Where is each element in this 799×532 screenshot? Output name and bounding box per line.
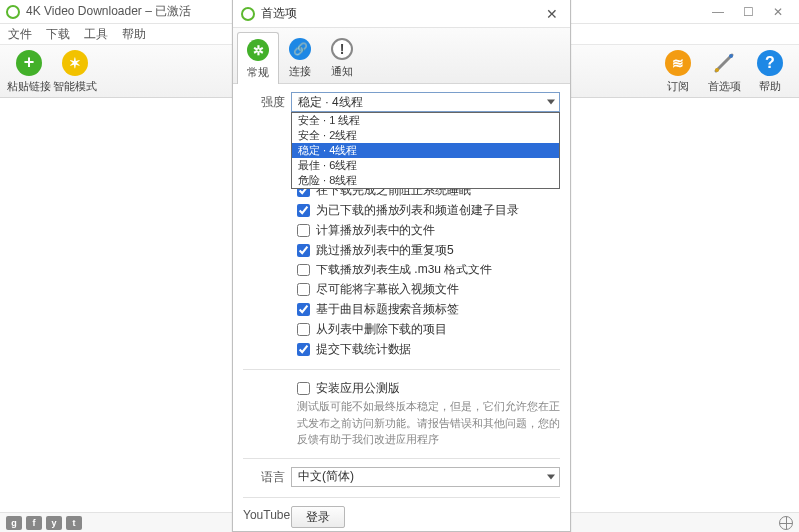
- dialog-app-icon: [241, 7, 255, 21]
- check-m3u[interactable]: 下载播放列表生成 .m3u 格式文件: [297, 260, 560, 279]
- tab-general[interactable]: ✲ 常规: [237, 32, 279, 84]
- intensity-option[interactable]: 安全 · 1 线程: [292, 113, 559, 128]
- check-skip-dup[interactable]: 跳过播放列表中的重复项5: [297, 240, 560, 260]
- dialog-title: 首选项: [261, 5, 542, 22]
- social-g-icon[interactable]: g: [6, 516, 22, 530]
- dialog-close-button[interactable]: ✕: [542, 6, 562, 22]
- intensity-option[interactable]: 最佳 · 6线程: [292, 158, 559, 173]
- smart-mode-button[interactable]: ✶ 智能模式: [52, 49, 98, 94]
- check-embed-sub[interactable]: 尽可能将字幕嵌入视频文件: [297, 279, 560, 299]
- check-audio-tags[interactable]: 基于曲目标题搜索音频标签: [297, 299, 560, 319]
- divider: [243, 458, 560, 459]
- tab-notify[interactable]: ! 通知: [321, 31, 363, 83]
- youtube-label: YouTube: [243, 506, 291, 528]
- subscribe-label: 订阅: [667, 79, 689, 94]
- paste-link-button[interactable]: + 粘贴链接: [6, 49, 52, 94]
- tab-general-label: 常规: [247, 65, 269, 80]
- check-beta[interactable]: 安装应用公测版: [297, 378, 560, 398]
- smart-mode-label: 智能模式: [53, 79, 97, 94]
- menu-tools[interactable]: 工具: [84, 26, 108, 43]
- checkbox[interactable]: [297, 343, 310, 356]
- dialog-body: 强度 稳定 · 4线程 安全 · 1 线程 安全 · 2线程 稳定 · 4线程 …: [233, 84, 570, 531]
- rss-icon: ≋: [664, 49, 692, 77]
- language-select[interactable]: 中文(简体): [291, 467, 560, 487]
- app-icon: [6, 5, 20, 19]
- check-count[interactable]: 计算播放列表中的文件: [297, 220, 560, 240]
- check-subdir[interactable]: 为已下载的播放列表和频道创建子目录: [297, 200, 560, 220]
- language-row: 语言 中文(简体): [243, 467, 560, 487]
- preferences-button[interactable]: 首选项: [701, 49, 747, 94]
- checkbox[interactable]: [297, 283, 310, 296]
- chevron-down-icon: [547, 474, 555, 479]
- subscribe-button[interactable]: ≋ 订阅: [655, 49, 701, 94]
- intensity-value: 稳定 · 4线程: [298, 94, 363, 111]
- check-submit-stats[interactable]: 提交下载统计数据: [297, 339, 560, 359]
- help-button[interactable]: ? 帮助: [747, 49, 793, 94]
- alert-icon: !: [329, 36, 355, 62]
- tab-notify-label: 通知: [331, 64, 353, 79]
- paste-link-label: 粘贴链接: [7, 79, 51, 94]
- tab-connection-label: 连接: [289, 64, 311, 79]
- general-checks: 在下载完成之前阻止系统睡眠 为已下载的播放列表和频道创建子目录 计算播放列表中的…: [297, 180, 560, 359]
- intensity-row: 强度 稳定 · 4线程 安全 · 1 线程 安全 · 2线程 稳定 · 4线程 …: [243, 92, 560, 112]
- checkbox[interactable]: [297, 224, 310, 237]
- divider: [243, 497, 560, 498]
- link-icon: 🔗: [287, 36, 313, 62]
- gear-icon: ✲: [245, 37, 271, 63]
- checkbox[interactable]: [297, 323, 310, 336]
- language-value: 中文(简体): [298, 468, 354, 485]
- checkbox[interactable]: [297, 382, 310, 395]
- social-f-icon[interactable]: f: [26, 516, 42, 530]
- social-t-icon[interactable]: t: [66, 516, 82, 530]
- beta-note: 测试版可能不如最终版本稳定，但是，它们允许您在正式发布之前访问新功能。请报告错误…: [297, 398, 560, 448]
- intensity-option[interactable]: 稳定 · 4线程: [292, 143, 559, 158]
- window-minimize-button[interactable]: —: [703, 2, 733, 22]
- dialog-titlebar: 首选项 ✕: [233, 0, 570, 28]
- preferences-label: 首选项: [708, 79, 741, 94]
- globe-icon[interactable]: [779, 516, 793, 530]
- window-close-button[interactable]: ✕: [763, 2, 793, 22]
- social-links: g f y t: [6, 516, 82, 530]
- intensity-label: 强度: [243, 92, 291, 112]
- checkbox[interactable]: [297, 244, 310, 257]
- intensity-option[interactable]: 安全 · 2线程: [292, 128, 559, 143]
- language-label: 语言: [243, 467, 291, 487]
- checkbox[interactable]: [297, 264, 310, 276]
- divider: [243, 369, 560, 370]
- window-maximize-button[interactable]: ☐: [733, 2, 763, 22]
- checkbox[interactable]: [297, 204, 310, 217]
- svg-point-0: [715, 68, 719, 72]
- preferences-dialog: 首选项 ✕ ✲ 常规 🔗 连接 ! 通知 强度 稳定: [232, 0, 571, 532]
- tab-connection[interactable]: 🔗 连接: [279, 31, 321, 83]
- tools-icon: [710, 49, 738, 77]
- checkbox[interactable]: [297, 303, 310, 316]
- menu-help[interactable]: 帮助: [122, 26, 146, 43]
- chevron-down-icon: [547, 100, 555, 105]
- social-y-icon[interactable]: y: [46, 516, 62, 530]
- help-label: 帮助: [759, 79, 781, 94]
- intensity-option[interactable]: 危险 · 8线程: [292, 173, 559, 188]
- bulb-icon: ✶: [61, 49, 89, 77]
- youtube-row: YouTube 登录: [243, 506, 560, 528]
- menu-download[interactable]: 下载: [46, 26, 70, 43]
- youtube-login-button[interactable]: 登录: [291, 506, 345, 528]
- svg-point-1: [729, 54, 733, 58]
- dialog-tabs: ✲ 常规 🔗 连接 ! 通知: [233, 28, 570, 84]
- intensity-dropdown: 安全 · 1 线程 安全 · 2线程 稳定 · 4线程 最佳 · 6线程 危险 …: [291, 112, 560, 189]
- plus-icon: +: [15, 49, 43, 77]
- help-icon: ?: [756, 49, 784, 77]
- menu-file[interactable]: 文件: [8, 26, 32, 43]
- check-remove-after[interactable]: 从列表中删除下载的项目: [297, 319, 560, 339]
- intensity-select[interactable]: 稳定 · 4线程: [291, 92, 560, 112]
